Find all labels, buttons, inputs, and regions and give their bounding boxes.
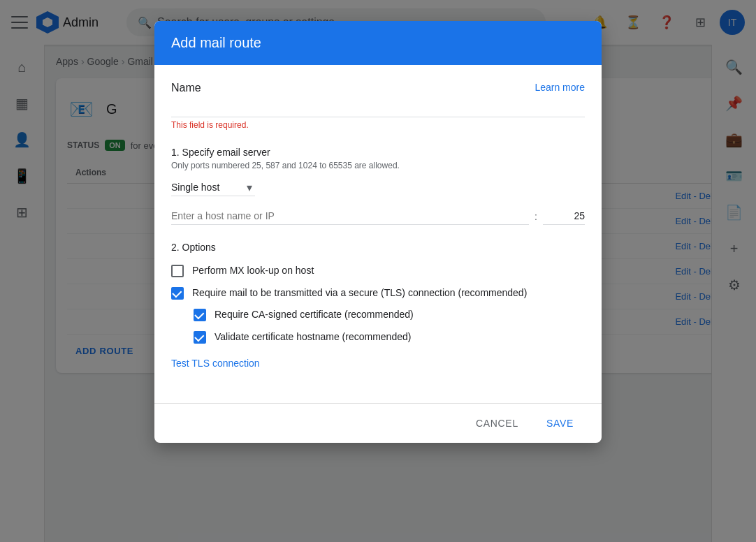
mx-lookup-label: Perform MX look-up on host <box>192 264 314 278</box>
host-type-wrapper[interactable]: Single host Multiple hosts ▾ <box>171 179 255 196</box>
name-field-row: Name Learn more <box>171 82 585 100</box>
validate-hostname-checkbox[interactable] <box>194 331 206 344</box>
name-input[interactable] <box>171 100 585 117</box>
name-section: Name Learn more This field is required. <box>171 82 585 130</box>
cancel-button[interactable]: CANCEL <box>465 412 530 434</box>
require-ca-checkbox[interactable] <box>194 309 206 321</box>
require-tls-label: Require mail to be transmitted via a sec… <box>192 286 527 300</box>
validate-hostname-label: Validate certificate hostname (recommend… <box>215 330 411 344</box>
ports-note: Only ports numbered 25, 587 and 1024 to … <box>171 161 585 170</box>
require-tls-checkbox[interactable] <box>171 287 184 300</box>
options-section: 2. Options Perform MX look-up on host Re… <box>171 242 585 369</box>
port-input[interactable] <box>543 207 585 225</box>
modal-body: Name Learn more This field is required. … <box>154 65 602 403</box>
host-port-row: : <box>171 207 585 225</box>
require-ca-row: Require CA-signed certificate (recommend… <box>194 308 585 322</box>
step1-heading: 1. Specify email server <box>171 147 585 158</box>
modal-footer: CANCEL SAVE <box>154 403 602 443</box>
require-ca-label: Require CA-signed certificate (recommend… <box>215 308 414 322</box>
add-mail-route-modal: Add mail route Name Learn more This fiel… <box>154 21 602 443</box>
port-separator: : <box>535 211 537 225</box>
modal-title: Add mail route <box>171 35 585 51</box>
name-error-message: This field is required. <box>171 120 585 130</box>
specify-server-section: 1. Specify email server Only ports numbe… <box>171 147 585 225</box>
host-type-select[interactable]: Single host Multiple hosts <box>171 179 255 196</box>
step2-heading: 2. Options <box>171 242 585 253</box>
require-tls-row: Require mail to be transmitted via a sec… <box>171 286 585 300</box>
mx-lookup-row: Perform MX look-up on host <box>171 264 585 278</box>
mx-lookup-checkbox[interactable] <box>171 265 184 277</box>
validate-hostname-row: Validate certificate hostname (recommend… <box>194 330 585 344</box>
save-button[interactable]: SAVE <box>535 412 585 434</box>
modal-header: Add mail route <box>154 21 602 65</box>
learn-more-link[interactable]: Learn more <box>535 82 585 93</box>
host-name-input[interactable] <box>171 207 529 225</box>
name-label: Name <box>171 82 201 94</box>
test-tls-link[interactable]: Test TLS connection <box>171 358 260 369</box>
